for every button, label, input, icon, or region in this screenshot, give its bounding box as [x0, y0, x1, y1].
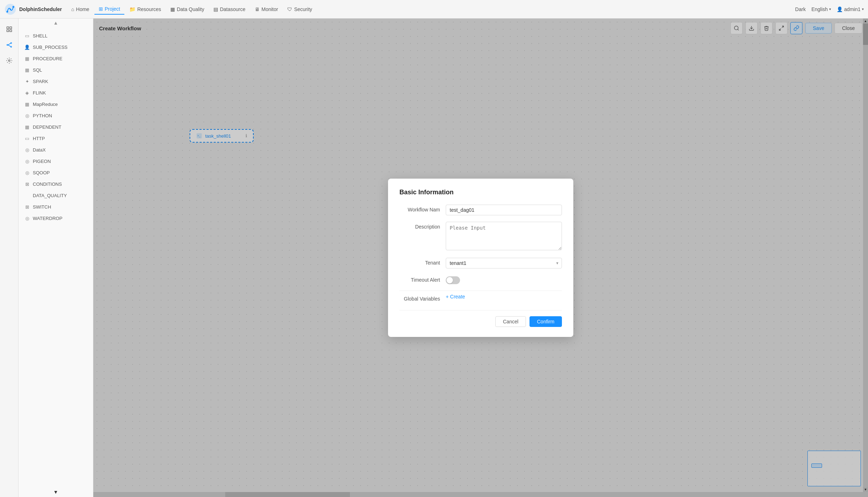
svg-line-11	[8, 43, 11, 45]
nav-item-security[interactable]: 🛡 Security	[283, 4, 316, 14]
modal-title: Basic Information	[399, 189, 562, 196]
sqoop-icon: ◎	[24, 170, 30, 175]
task-item-http[interactable]: ▭ HTTP	[19, 133, 93, 144]
user-chevron-icon: ▾	[862, 7, 864, 11]
flink-icon: ◈	[24, 90, 30, 96]
task-item-spark[interactable]: ✦ SPARK	[19, 76, 93, 87]
logo-text: DolphinScheduler	[19, 6, 62, 12]
svg-point-1	[6, 11, 8, 12]
basic-info-modal: Basic Information Workflow Nam Descripti…	[388, 179, 573, 337]
procedure-icon: ▦	[24, 56, 30, 61]
sidebar-scroll-down[interactable]: ▼	[19, 487, 93, 497]
main-canvas: Create Workflow	[93, 19, 868, 497]
workflow-name-input[interactable]	[446, 205, 562, 215]
task-item-subprocess[interactable]: 👤 SUB_PROCESS	[19, 41, 93, 53]
task-list: ▭ SHELL 👤 SUB_PROCESS ▦ PROCEDURE ▦ SQL …	[19, 27, 93, 487]
logo[interactable]: DolphinScheduler	[4, 3, 62, 15]
conditions-icon: ⊠	[24, 181, 30, 187]
project-icon: ⊞	[99, 6, 103, 12]
monitor-icon: 🖥	[255, 6, 260, 12]
task-item-procedure[interactable]: ▦ PROCEDURE	[19, 53, 93, 64]
data-quality-icon: ▦	[170, 6, 175, 12]
topnav: DolphinScheduler ⌂ Home ⊞ Project 📁 Reso…	[0, 0, 868, 19]
language-selector[interactable]: English ▾	[811, 6, 831, 12]
task-item-flink[interactable]: ◈ FLINK	[19, 87, 93, 98]
nav-item-data-quality[interactable]: ▦ Data Quality	[166, 4, 208, 14]
datasource-icon: ▤	[213, 6, 218, 12]
svg-rect-4	[7, 27, 9, 29]
resources-icon: 📁	[129, 6, 135, 12]
description-row: Description	[399, 222, 562, 251]
home-icon: ⌂	[71, 6, 74, 12]
nav-item-project[interactable]: ⊞ Project	[94, 4, 125, 15]
task-item-python[interactable]: ◎ PYTHON	[19, 110, 93, 121]
mapreduce-icon: ▦	[24, 101, 30, 107]
create-variable-button[interactable]: + Create	[446, 294, 465, 299]
waterdrop-icon: ◎	[24, 215, 30, 221]
nav-item-monitor[interactable]: 🖥 Monitor	[250, 4, 283, 14]
nav-item-datasource[interactable]: ▤ Datasource	[209, 4, 250, 14]
task-item-sql[interactable]: ▦ SQL	[19, 64, 93, 76]
svg-rect-6	[7, 30, 9, 32]
security-icon: 🛡	[287, 6, 292, 12]
global-variables-label: Global Variables	[399, 294, 446, 302]
datax-icon: ◎	[24, 147, 30, 153]
svg-point-10	[10, 46, 11, 47]
switch-icon: ⊠	[24, 204, 30, 210]
dependent-icon: ▦	[24, 124, 30, 130]
shell-icon: ▭	[24, 33, 30, 39]
sidebar-icon-workflow[interactable]	[3, 39, 16, 51]
pigeon-icon: ◎	[24, 158, 30, 164]
sidebar-scroll-up[interactable]: ▲	[19, 19, 93, 27]
workflow-name-row: Workflow Nam	[399, 205, 562, 215]
nav-item-resources[interactable]: 📁 Resources	[125, 4, 165, 14]
svg-rect-7	[10, 30, 11, 32]
svg-point-3	[12, 6, 14, 7]
confirm-button[interactable]: Confirm	[529, 316, 562, 327]
task-item-mapreduce[interactable]: ▦ MapReduce	[19, 98, 93, 110]
timeout-alert-toggle[interactable]	[446, 276, 460, 284]
task-item-sqoop[interactable]: ◎ SQOOP	[19, 167, 93, 178]
user-icon: 👤	[837, 6, 843, 12]
task-item-waterdrop[interactable]: ◎ WATERDROP	[19, 212, 93, 224]
task-item-shell[interactable]: ▭ SHELL	[19, 30, 93, 41]
timeout-alert-label: Timeout Alert	[399, 275, 446, 283]
svg-point-2	[10, 8, 11, 10]
description-input[interactable]	[446, 222, 562, 250]
timeout-alert-row: Timeout Alert	[399, 275, 562, 284]
task-item-dependent[interactable]: ▦ DEPENDENT	[19, 121, 93, 133]
svg-rect-5	[10, 27, 11, 29]
subprocess-icon: 👤	[24, 44, 30, 50]
modal-footer: Cancel Confirm	[399, 310, 562, 327]
http-icon: ▭	[24, 135, 30, 141]
task-item-pigeon[interactable]: ◎ PIGEON	[19, 155, 93, 167]
tenant-label: Tenant	[399, 258, 446, 266]
language-chevron-icon: ▾	[829, 7, 831, 11]
tenant-select[interactable]: tenant1 tenant2	[446, 258, 562, 268]
python-icon: ◎	[24, 113, 30, 118]
workflow-name-label: Workflow Nam	[399, 205, 446, 212]
toggle-knob	[446, 277, 453, 283]
task-item-conditions[interactable]: ⊠ CONDITIONS	[19, 178, 93, 190]
modal-overlay: Basic Information Workflow Nam Descripti…	[93, 19, 868, 497]
theme-toggle[interactable]: Dark	[795, 6, 806, 12]
description-label: Description	[399, 222, 446, 230]
icon-sidebar	[0, 19, 19, 497]
task-item-datax[interactable]: ◎ DataX	[19, 144, 93, 155]
task-item-data-quality[interactable]: DATA_QUALITY	[19, 190, 93, 201]
task-item-switch[interactable]: ⊠ SWITCH	[19, 201, 93, 212]
svg-line-12	[8, 45, 11, 47]
sidebar-icon-settings[interactable]	[3, 54, 16, 67]
global-variables-row: Global Variables + Create	[399, 294, 562, 302]
svg-point-8	[7, 45, 8, 46]
svg-point-13	[8, 60, 10, 62]
logo-icon	[4, 3, 16, 15]
sql-icon: ▦	[24, 67, 30, 73]
task-sidebar: ▲ ▭ SHELL 👤 SUB_PROCESS ▦ PROCEDURE ▦ SQ…	[19, 19, 93, 497]
tenant-row: Tenant tenant1 tenant2 ▾	[399, 258, 562, 268]
sidebar-icon-dashboard[interactable]	[3, 23, 16, 36]
cancel-button[interactable]: Cancel	[495, 316, 526, 327]
nav-item-home[interactable]: ⌂ Home	[67, 4, 94, 14]
spark-icon: ✦	[24, 78, 30, 84]
user-menu[interactable]: 👤 admin1 ▾	[837, 6, 864, 12]
